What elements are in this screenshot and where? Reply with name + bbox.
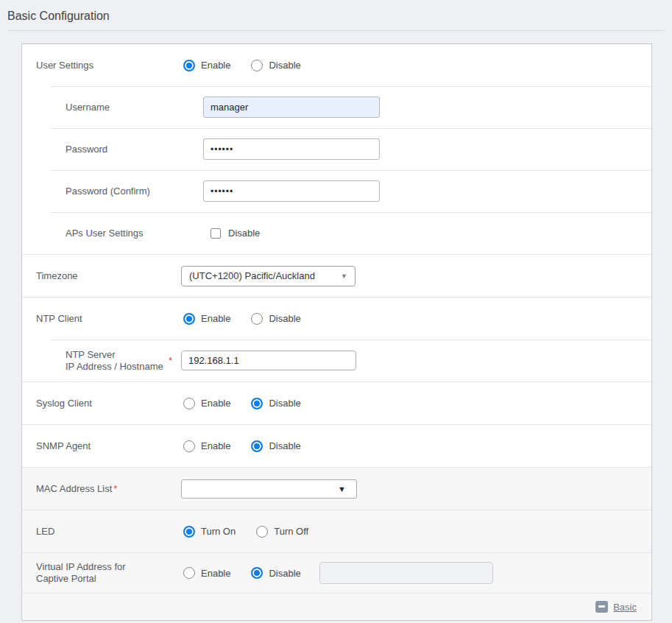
required-asterisk: * [113, 483, 117, 494]
timezone-selected-value: (UTC+1200) Pacific/Auckland [189, 270, 315, 281]
username-label: Username [22, 101, 181, 113]
led-turn-on-label[interactable]: Turn On [201, 526, 236, 537]
user-settings-label: User Settings [22, 59, 181, 71]
syslog-client-disable-label[interactable]: Disable [269, 398, 300, 409]
row-snmp-agent: SNMP Agent Enable Disable [22, 424, 651, 467]
password-confirm-input[interactable] [203, 180, 380, 202]
syslog-client-enable-label[interactable]: Enable [201, 398, 230, 409]
syslog-client-label: Syslog Client [22, 397, 181, 409]
mac-address-list-label: MAC Address List* [22, 482, 181, 495]
username-input[interactable] [203, 96, 380, 118]
virtual-ip-disable-radio[interactable] [251, 567, 263, 579]
basic-collapse-link[interactable]: Basic [613, 602, 637, 613]
ntp-server-label-line1: NTP Server [66, 349, 163, 361]
aps-user-settings-disable-label[interactable]: Disable [228, 228, 260, 239]
user-settings-disable-radio[interactable] [251, 60, 263, 71]
basic-collapse-button[interactable]: Basic [595, 601, 637, 613]
snmp-agent-enable-radio[interactable] [183, 440, 195, 452]
panel-footer: Basic [22, 593, 651, 620]
row-ntp-client: NTP Client Enable Disable [22, 297, 651, 339]
row-mac-address-list: MAC Address List* ▼ [22, 467, 651, 510]
row-led: LED Turn On Turn Off [22, 510, 651, 552]
ntp-client-disable-label[interactable]: Disable [269, 313, 300, 324]
ntp-client-disable-radio[interactable] [251, 313, 263, 325]
ntp-server-label-line2: IP Address / Hostname [66, 361, 163, 373]
header-divider [7, 30, 665, 31]
row-password: Password [22, 128, 651, 170]
row-username: Username [22, 86, 651, 128]
ntp-client-label: NTP Client [22, 312, 181, 325]
page-title: Basic Configuration [7, 10, 665, 30]
snmp-agent-enable-label[interactable]: Enable [201, 440, 230, 451]
row-user-settings: User Settings Enable Disable [22, 44, 651, 86]
row-aps-user-settings: APs User Settings Disable [22, 212, 651, 254]
password-label: Password [22, 143, 181, 155]
ntp-server-label: NTP Server IP Address / Hostname * [22, 349, 181, 373]
aps-user-settings-label: APs User Settings [22, 227, 181, 239]
chevron-down-icon: ▼ [341, 272, 347, 280]
required-asterisk: * [169, 354, 172, 367]
timezone-select[interactable]: (UTC+1200) Pacific/Auckland ▼ [181, 266, 356, 286]
row-ntp-server: NTP Server IP Address / Hostname * [22, 339, 651, 381]
user-settings-enable-label[interactable]: Enable [201, 60, 230, 71]
mac-address-list-select[interactable]: ▼ [181, 479, 357, 499]
page-header: Basic Configuration [0, 0, 672, 31]
virtual-ip-input [319, 562, 493, 584]
row-timezone: Timezone (UTC+1200) Pacific/Auckland ▼ [22, 254, 651, 297]
user-settings-enable-radio[interactable] [183, 60, 195, 71]
led-turn-off-radio[interactable] [256, 526, 268, 538]
ntp-server-input[interactable] [181, 351, 356, 370]
row-password-confirm: Password (Confirm) [22, 170, 651, 212]
row-syslog-client: Syslog Client Enable Disable [22, 381, 651, 424]
led-turn-off-label[interactable]: Turn Off [274, 526, 308, 537]
virtual-ip-disable-label[interactable]: Disable [269, 568, 300, 579]
virtual-ip-label: Virtual IP Address for Captive Portal [22, 561, 181, 585]
virtual-ip-label-line1: Virtual IP Address for [36, 561, 181, 573]
password-confirm-label: Password (Confirm) [22, 185, 181, 197]
collapse-minus-icon[interactable] [595, 601, 608, 613]
password-input[interactable] [203, 138, 380, 160]
snmp-agent-label: SNMP Agent [22, 440, 181, 452]
ntp-client-enable-label[interactable]: Enable [201, 313, 230, 324]
basic-configuration-panel: User Settings Enable Disable Username Pa… [21, 43, 652, 621]
syslog-client-enable-radio[interactable] [183, 398, 195, 409]
syslog-client-disable-radio[interactable] [251, 398, 263, 409]
virtual-ip-enable-label[interactable]: Enable [201, 568, 230, 579]
virtual-ip-label-line2: Captive Portal [36, 573, 181, 585]
ntp-client-enable-radio[interactable] [183, 313, 195, 325]
led-label: LED [22, 525, 181, 538]
chevron-down-icon: ▼ [338, 485, 349, 493]
timezone-label: Timezone [22, 270, 181, 282]
row-virtual-ip: Virtual IP Address for Captive Portal En… [22, 552, 651, 593]
snmp-agent-disable-radio[interactable] [251, 440, 263, 452]
virtual-ip-enable-radio[interactable] [183, 567, 195, 579]
aps-user-settings-disable-checkbox[interactable] [211, 228, 221, 239]
led-turn-on-radio[interactable] [183, 526, 195, 538]
snmp-agent-disable-label[interactable]: Disable [269, 440, 300, 451]
user-settings-disable-label[interactable]: Disable [269, 60, 300, 71]
